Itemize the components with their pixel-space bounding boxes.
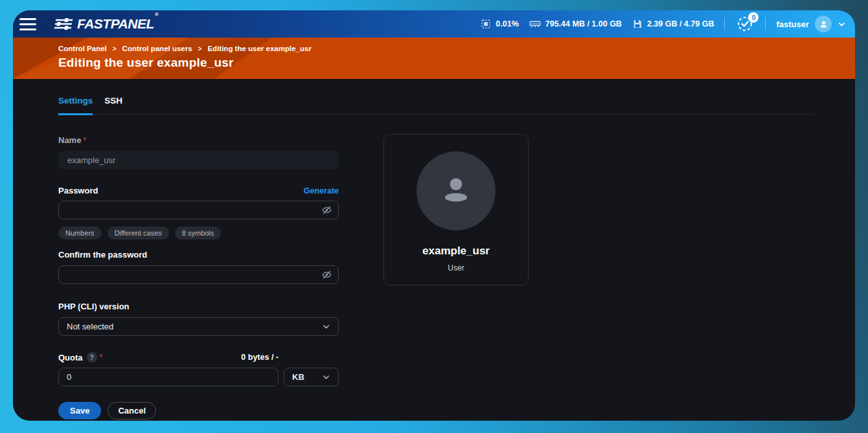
name-input — [58, 151, 339, 170]
breadcrumb-separator: > — [113, 45, 117, 52]
ram-icon — [529, 19, 541, 29]
php-cli-label: PHP (CLI) version — [58, 302, 130, 311]
required-mark: * — [83, 136, 86, 145]
password-input[interactable] — [58, 201, 339, 219]
quota-help-icon[interactable]: ? — [87, 352, 97, 362]
hamburger-icon[interactable] — [19, 14, 41, 34]
registered-mark: ® — [155, 12, 158, 17]
profile-card-role: User — [448, 263, 464, 272]
php-cli-field-group: PHP (CLI) version Not selected — [58, 300, 339, 336]
php-cli-selected-value: Not selected — [67, 322, 113, 331]
password-hints: Numbers Different cases 8 symbols — [58, 227, 339, 239]
disk-usage-stat: 2.39 GB / 4.79 GB — [632, 19, 714, 29]
tasks-count-badge: 0 — [748, 12, 759, 23]
generate-password-link[interactable]: Generate — [304, 186, 339, 195]
user-menu[interactable]: fastuser — [776, 16, 846, 32]
quota-label: Quota — [58, 353, 83, 362]
eye-slash-icon[interactable] — [321, 269, 332, 280]
hint-different-cases: Different cases — [108, 227, 169, 239]
required-mark: * — [100, 353, 103, 362]
profile-card-username: example_usr — [422, 245, 490, 258]
disk-usage-value: 2.39 GB / 4.79 GB — [647, 19, 714, 28]
username-label: fastuser — [776, 19, 809, 29]
ram-usage-value: 795.44 MB / 1.00 GB — [545, 19, 622, 28]
confirm-password-label: Confirm the password — [58, 250, 147, 260]
hint-numbers: Numbers — [58, 227, 102, 239]
topbar-right: 0.01% 795.44 MB / 1.00 GB — [481, 14, 846, 34]
quota-input[interactable] — [58, 368, 279, 386]
breadcrumb-control-panel[interactable]: Control Panel — [58, 45, 107, 52]
user-avatar-icon — [815, 16, 832, 32]
quota-field-group: Quota ? * 0 bytes / - KB — [58, 352, 339, 386]
user-profile-card: example_usr User — [383, 134, 529, 285]
confirm-password-field-group: Confirm the password — [58, 249, 339, 284]
user-edit-form: Name* Password Generate — [58, 134, 339, 419]
user-avatar-large-icon — [417, 151, 496, 230]
logo-text: FASTPANEL® — [77, 16, 158, 32]
chevron-down-icon — [322, 373, 330, 381]
tab-ssh[interactable]: SSH — [104, 96, 122, 115]
password-field-group: Password Generate — [58, 186, 339, 239]
app-window: FASTPANEL® 0.01% — [13, 10, 855, 421]
topbar: FASTPANEL® 0.01% — [13, 10, 855, 38]
eye-slash-icon[interactable] — [321, 205, 332, 216]
chevron-down-icon — [322, 322, 330, 331]
quota-unit-value: KB — [292, 372, 304, 382]
tasks-button[interactable]: 0 — [735, 14, 755, 34]
disk-icon — [632, 19, 643, 29]
cancel-button[interactable]: Cancel — [108, 402, 156, 419]
quota-usage-label: 0 bytes / - — [241, 353, 279, 362]
breadcrumb: Control Panel > Control panel users > Ed… — [58, 45, 855, 52]
tabs: Settings SSH — [58, 96, 813, 115]
sliders-logo-icon — [53, 17, 74, 30]
breadcrumb-current-page: Editing the user example_usr — [207, 45, 311, 52]
main-content: Settings SSH Name* Password Generate — [13, 96, 855, 419]
breadcrumb-control-panel-users[interactable]: Control panel users — [122, 45, 192, 52]
cpu-usage-value: 0.01% — [496, 19, 518, 28]
cpu-icon — [481, 19, 491, 29]
chevron-down-icon — [838, 20, 846, 28]
fastpanel-logo[interactable]: FASTPANEL® — [54, 16, 158, 32]
name-field-group: Name* — [58, 134, 339, 170]
page-title: Editing the user example_usr — [58, 56, 855, 70]
name-label: Name — [58, 135, 81, 145]
php-cli-select[interactable]: Not selected — [58, 317, 339, 336]
tab-settings[interactable]: Settings — [58, 96, 93, 115]
breadcrumb-separator: > — [198, 45, 202, 52]
page-header: Control Panel > Control panel users > Ed… — [13, 38, 855, 79]
quota-unit-select[interactable]: KB — [284, 368, 339, 386]
confirm-password-input[interactable] — [58, 265, 339, 284]
cpu-usage-stat: 0.01% — [481, 19, 518, 29]
topbar-separator — [724, 17, 725, 30]
save-button[interactable]: Save — [58, 402, 101, 419]
hint-8-symbols: 8 symbols — [175, 227, 222, 239]
ram-usage-stat: 795.44 MB / 1.00 GB — [529, 19, 622, 29]
password-label: Password — [58, 186, 98, 195]
topbar-separator — [765, 17, 766, 30]
